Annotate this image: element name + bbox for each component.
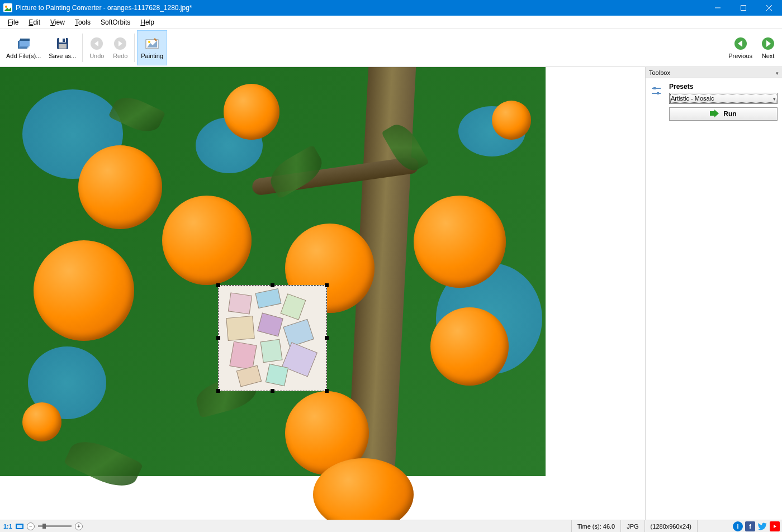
svg-rect-17 — [653, 87, 656, 89]
save-as-button[interactable]: Save as... — [45, 30, 80, 65]
previous-button[interactable]: Previous — [724, 30, 756, 65]
fit-screen-icon[interactable] — [16, 524, 23, 529]
twitter-icon[interactable] — [757, 521, 767, 531]
info-icon[interactable]: i — [733, 521, 743, 531]
menu-help[interactable]: Help — [136, 17, 159, 27]
toolbox-panel: Toolbox Presets Artistic - Mosaic — [645, 67, 782, 520]
redo-icon — [112, 36, 128, 51]
next-icon — [760, 36, 776, 51]
painting-icon — [144, 36, 160, 51]
selection-handle[interactable] — [325, 336, 329, 340]
next-label: Next — [762, 53, 775, 59]
add-files-label: Add File(s)... — [6, 53, 41, 59]
add-files-icon — [16, 36, 31, 51]
selection-handle[interactable] — [325, 389, 329, 393]
chevron-down-icon — [773, 95, 776, 102]
add-files-button[interactable]: Add File(s)... — [2, 30, 45, 65]
toolbox-title: Toolbox — [649, 69, 670, 76]
presets-label: Presets — [669, 83, 778, 91]
painting-button[interactable]: Painting — [137, 30, 167, 65]
menu-edit[interactable]: Edit — [24, 17, 45, 27]
image-canvas — [0, 67, 546, 476]
toolbox-menu-icon[interactable] — [776, 69, 779, 76]
selection-handle[interactable] — [216, 283, 220, 287]
preset-value: Artistic - Mosaic — [671, 95, 714, 102]
main-area: Toolbox Presets Artistic - Mosaic — [0, 67, 782, 520]
previous-label: Previous — [728, 53, 752, 59]
save-icon — [55, 36, 70, 51]
selection-handle[interactable] — [271, 283, 274, 287]
selection-handle[interactable] — [216, 336, 220, 340]
facebook-icon[interactable]: f — [745, 521, 755, 531]
toolbar: Add File(s)... Save as... Undo Redo Pain… — [0, 29, 782, 67]
save-as-label: Save as... — [49, 53, 76, 59]
next-button[interactable]: Next — [756, 30, 780, 65]
svg-point-1 — [5, 6, 7, 8]
menu-view[interactable]: View — [46, 17, 69, 27]
svg-rect-3 — [741, 6, 746, 11]
svg-rect-19 — [657, 92, 659, 94]
redo-button[interactable]: Redo — [108, 30, 132, 65]
run-label: Run — [723, 110, 736, 118]
statusbar: 1:1 − + Time (s): 46.0 JPG (1280x960x24)… — [0, 520, 782, 532]
svg-rect-8 — [63, 39, 65, 42]
status-time: Time (s): 46.0 — [571, 520, 620, 532]
zoom-ratio[interactable]: 1:1 — [3, 523, 12, 530]
status-dimensions: (1280x960x24) — [644, 520, 697, 532]
zoom-in-button[interactable]: + — [75, 522, 83, 530]
painting-label: Painting — [141, 53, 163, 59]
run-arrow-icon — [710, 110, 719, 119]
run-button[interactable]: Run — [669, 107, 778, 121]
selection-handle[interactable] — [216, 389, 220, 393]
redo-label: Redo — [113, 53, 127, 59]
youtube-icon[interactable] — [770, 521, 780, 531]
status-format: JPG — [620, 520, 644, 532]
menubar: File Edit View Tools SoftOrbits Help — [0, 16, 782, 29]
preview-selection[interactable] — [218, 285, 327, 391]
close-button[interactable] — [756, 0, 782, 16]
maximize-button[interactable] — [731, 0, 756, 16]
zoom-slider[interactable] — [38, 525, 72, 527]
sliders-icon[interactable] — [650, 85, 662, 97]
previous-icon — [733, 36, 748, 51]
menu-softorbits[interactable]: SoftOrbits — [96, 17, 135, 27]
menu-file[interactable]: File — [3, 17, 23, 27]
svg-point-13 — [148, 41, 150, 43]
undo-button[interactable]: Undo — [85, 30, 108, 65]
undo-icon — [89, 36, 105, 51]
minimize-button[interactable] — [705, 0, 731, 16]
app-icon — [3, 3, 12, 12]
titlebar: Picture to Painting Converter - oranges-… — [0, 0, 782, 16]
canvas-area[interactable] — [0, 67, 645, 520]
social-links: i f — [731, 521, 782, 531]
window-title: Picture to Painting Converter - oranges-… — [16, 4, 192, 12]
undo-label: Undo — [89, 53, 104, 59]
zoom-out-button[interactable]: − — [27, 522, 35, 530]
menu-tools[interactable]: Tools — [70, 17, 95, 27]
toolbox-header: Toolbox — [646, 67, 782, 78]
selection-handle[interactable] — [271, 389, 274, 393]
svg-rect-9 — [59, 44, 67, 49]
selection-handle[interactable] — [325, 283, 329, 287]
preset-dropdown[interactable]: Artistic - Mosaic — [669, 93, 778, 104]
